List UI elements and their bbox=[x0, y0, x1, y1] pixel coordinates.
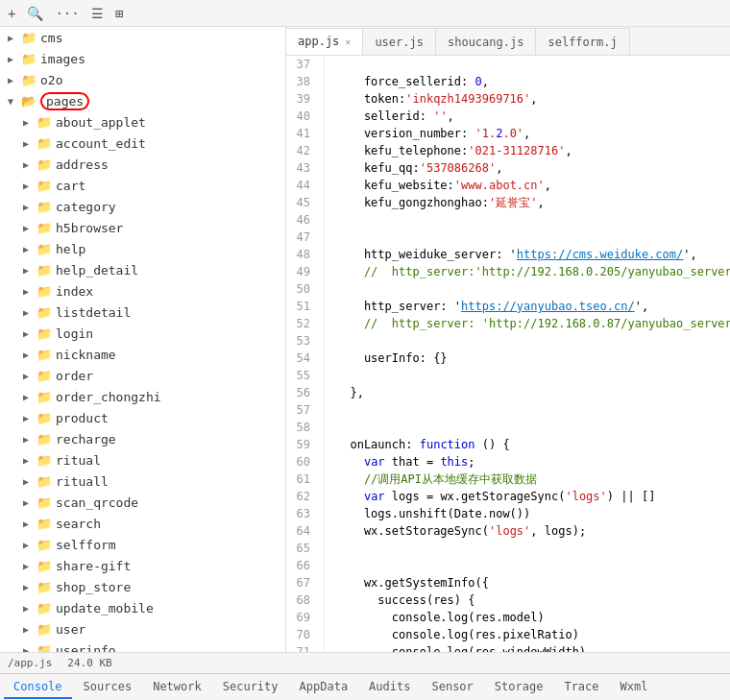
code-editor[interactable]: 3738394041424344454647484950515253545556… bbox=[286, 56, 730, 652]
tree-item-userinfo[interactable]: ▶📁userinfo bbox=[0, 640, 285, 652]
tab-close-icon[interactable]: ✕ bbox=[345, 36, 351, 47]
tree-item-index[interactable]: ▶📁index bbox=[0, 280, 285, 302]
tree-item-order_chongzhi[interactable]: ▶📁order_chongzhi bbox=[0, 386, 285, 407]
line-number: 56 bbox=[286, 384, 316, 401]
folder-icon: 📁 bbox=[36, 559, 52, 573]
tree-item-recharge[interactable]: ▶📁recharge bbox=[0, 428, 285, 449]
devtool-tab-network[interactable]: Network bbox=[143, 676, 211, 699]
code-line bbox=[336, 211, 730, 229]
add-icon[interactable]: + bbox=[8, 6, 15, 21]
tree-item-category[interactable]: ▶📁category bbox=[0, 196, 285, 217]
arrow-icon: ▶ bbox=[23, 223, 35, 233]
tree-item-about_applet[interactable]: ▶📁about_applet bbox=[0, 111, 285, 133]
tree-item-address[interactable]: ▶📁address bbox=[0, 154, 285, 175]
code-line: console.log(res.model) bbox=[336, 609, 730, 626]
tree-item-o2o[interactable]: ▶📁o2o bbox=[0, 69, 285, 90]
code-line: version_number: '1.2.0', bbox=[336, 125, 730, 142]
tree-item-account_edit[interactable]: ▶📁account_edit bbox=[0, 133, 285, 154]
code-line bbox=[336, 367, 730, 384]
tab-shoucang.js[interactable]: shoucang.js bbox=[436, 28, 536, 55]
list-icon[interactable]: ☰ bbox=[91, 6, 104, 21]
tree-label: pages bbox=[40, 92, 89, 110]
tree-item-listdetail[interactable]: ▶📁listdetail bbox=[0, 302, 285, 323]
code-line: var logs = wx.getStorageSync('logs') || … bbox=[336, 488, 730, 505]
tree-item-order[interactable]: ▶📁order bbox=[0, 365, 285, 386]
tree-label: cart bbox=[56, 179, 85, 193]
tabs-bar: app.js✕user.jsshoucang.jsselfform.j bbox=[286, 27, 730, 56]
tree-item-help[interactable]: ▶📁help bbox=[0, 238, 285, 259]
code-content[interactable]: force_sellerid: 0, token:'inkqzh14939697… bbox=[325, 56, 730, 652]
code-line: // http_server: 'http://192.168.0.87/yan… bbox=[336, 315, 730, 332]
tree-label: scan_qrcode bbox=[56, 495, 138, 510]
tree-item-search[interactable]: ▶📁search bbox=[0, 513, 285, 534]
status-bar: /app.js 24.0 KB bbox=[0, 652, 730, 673]
code-line bbox=[336, 229, 730, 246]
more-icon[interactable]: ··· bbox=[55, 6, 79, 21]
line-number: 63 bbox=[286, 505, 316, 522]
folder-icon: 📂 bbox=[21, 94, 36, 109]
arrow-icon: ▶ bbox=[23, 413, 35, 423]
folder-icon: 📁 bbox=[36, 179, 52, 193]
tree-label: help bbox=[56, 242, 85, 256]
code-line bbox=[336, 540, 730, 557]
folder-icon: 📁 bbox=[36, 326, 52, 341]
tree-item-scan_qrcode[interactable]: ▶📁scan_qrcode bbox=[0, 492, 285, 513]
arrow-icon: ▶ bbox=[23, 392, 35, 402]
tree-label: update_mobile bbox=[56, 601, 154, 616]
tree-item-nickname[interactable]: ▶📁nickname bbox=[0, 344, 285, 365]
code-line: onLaunch: function () { bbox=[336, 436, 730, 453]
tab-app.js[interactable]: app.js✕ bbox=[286, 28, 363, 55]
tree-item-share-gift[interactable]: ▶📁share-gift bbox=[0, 555, 285, 576]
folder-icon: 📁 bbox=[36, 369, 52, 383]
tree-item-cms[interactable]: ▶📁cms bbox=[0, 27, 285, 48]
devtool-tab-sensor[interactable]: Sensor bbox=[422, 676, 482, 699]
tree-item-product[interactable]: ▶📁product bbox=[0, 407, 285, 428]
tree-item-pages[interactable]: ▼📂pages bbox=[0, 90, 285, 111]
devtool-tab-sources[interactable]: Sources bbox=[74, 676, 142, 699]
tree-item-update_mobile[interactable]: ▶📁update_mobile bbox=[0, 597, 285, 618]
devtool-tab-audits[interactable]: Audits bbox=[359, 676, 420, 699]
tree-item-shop_store[interactable]: ▶📁shop_store bbox=[0, 576, 285, 597]
tab-user.js[interactable]: user.js bbox=[363, 28, 436, 55]
devtool-tab-security[interactable]: Security bbox=[213, 676, 288, 699]
tree-label: listdetail bbox=[56, 305, 131, 320]
tree-item-user[interactable]: ▶📁user bbox=[0, 618, 285, 640]
tree-label: account_edit bbox=[56, 136, 146, 151]
layout-icon[interactable]: ⊞ bbox=[115, 6, 123, 21]
search-icon[interactable]: 🔍 bbox=[27, 6, 43, 21]
tree-item-rituall[interactable]: ▶📁rituall bbox=[0, 471, 285, 492]
line-number: 58 bbox=[286, 419, 316, 436]
tree-item-selfform[interactable]: ▶📁selfform bbox=[0, 534, 285, 555]
arrow-icon: ▼ bbox=[8, 96, 19, 107]
folder-icon: 📁 bbox=[36, 284, 52, 299]
devtool-tab-appdata[interactable]: AppData bbox=[290, 676, 358, 699]
devtool-tab-wxml[interactable]: Wxml bbox=[611, 676, 658, 699]
tree-label: recharge bbox=[56, 432, 116, 447]
devtool-tab-storage[interactable]: Storage bbox=[485, 676, 553, 699]
line-number: 53 bbox=[286, 332, 316, 350]
tree-item-cart[interactable]: ▶📁cart bbox=[0, 175, 285, 196]
tree-item-login[interactable]: ▶📁login bbox=[0, 323, 285, 344]
folder-icon: 📁 bbox=[36, 305, 52, 320]
tree-item-h5browser[interactable]: ▶📁h5browser bbox=[0, 217, 285, 238]
devtool-tab-console[interactable]: Console bbox=[4, 676, 72, 699]
tree-label: ritual bbox=[56, 453, 101, 468]
folder-icon: 📁 bbox=[36, 453, 52, 468]
line-number: 67 bbox=[286, 574, 316, 591]
code-line: kefu_website:'www.abot.cn', bbox=[336, 177, 730, 194]
tab-selfform.js[interactable]: selfform.j bbox=[536, 28, 629, 55]
folder-icon: 📁 bbox=[21, 52, 36, 66]
tree-item-ritual[interactable]: ▶📁ritual bbox=[0, 449, 285, 471]
arrow-icon: ▶ bbox=[23, 265, 35, 276]
tree-label: order_chongzhi bbox=[56, 390, 161, 404]
arrow-icon: ▶ bbox=[23, 624, 35, 635]
code-line: //调用API从本地缓存中获取数据 bbox=[336, 471, 730, 488]
tree-item-images[interactable]: ▶📁images bbox=[0, 48, 285, 69]
tree-item-help_detail[interactable]: ▶📁help_detail bbox=[0, 259, 285, 280]
tree-label: category bbox=[56, 200, 116, 214]
tree-label: h5browser bbox=[56, 221, 123, 235]
folder-icon: 📁 bbox=[36, 474, 52, 489]
devtool-tab-trace[interactable]: Trace bbox=[554, 676, 608, 699]
tree-label: userinfo bbox=[56, 643, 116, 653]
tree-label: o2o bbox=[40, 73, 62, 87]
